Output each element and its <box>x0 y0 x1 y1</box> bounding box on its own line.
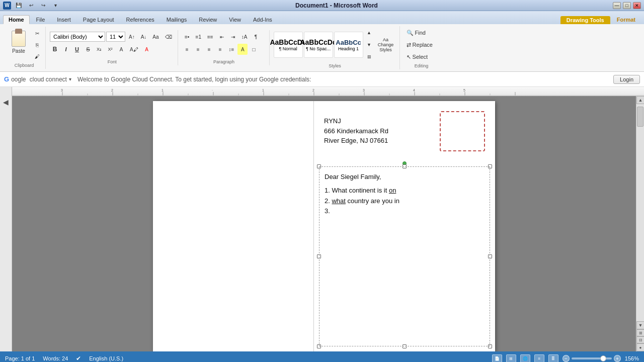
zoom-level[interactable]: 156% <box>625 355 639 361</box>
zoom-in-button[interactable]: + <box>614 355 621 362</box>
bold-button[interactable]: B <box>50 44 60 55</box>
zoom-slider[interactable] <box>572 357 612 359</box>
show-formatting-button[interactable]: ¶ <box>251 31 261 42</box>
quick-access-more[interactable]: ▾ <box>50 0 60 11</box>
svg-text:4: 4 <box>413 88 415 92</box>
close-button[interactable]: ✕ <box>633 2 641 9</box>
scroll-page-down[interactable]: ⊟ <box>636 336 644 343</box>
increase-indent-button[interactable]: ⇥ <box>228 31 238 42</box>
align-right-button[interactable]: ≡ <box>204 44 214 55</box>
title-bar-left: W 💾 ↩ ↪ ▾ <box>3 0 60 11</box>
styles-scroll-up[interactable]: ▲ <box>364 27 374 38</box>
cloud-connect-logo[interactable]: G oogle cloud connect ▾ <box>4 75 71 83</box>
multilevel-list-button[interactable]: ≡≡ <box>205 31 216 42</box>
border-button[interactable]: □ <box>249 44 259 55</box>
underline-button[interactable]: U <box>72 44 82 55</box>
login-button[interactable]: Login <box>613 75 640 84</box>
scroll-track[interactable] <box>636 104 644 321</box>
align-center-button[interactable]: ≡ <box>193 44 203 55</box>
style-heading1-label: Heading 1 <box>338 46 359 51</box>
svg-text:2: 2 <box>111 88 113 92</box>
replace-button[interactable]: ⇄ Replace <box>404 39 439 50</box>
style-no-spacing-button[interactable]: AaBbCcDc ¶ No Spac... <box>304 32 333 58</box>
web-layout-view-button[interactable]: 🌐 <box>520 354 530 362</box>
tab-format[interactable]: Format <box>611 15 641 24</box>
minimize-button[interactable]: — <box>613 2 621 9</box>
increase-font-size-button[interactable]: A↑ <box>126 31 137 42</box>
spell-check-icon[interactable]: ✔ <box>76 355 81 362</box>
decrease-font-size-button[interactable]: A↓ <box>138 31 149 42</box>
quick-access-undo[interactable]: ↩ <box>26 0 36 11</box>
change-case-button[interactable]: Aa <box>150 31 161 42</box>
text-effects-button[interactable]: A <box>116 44 126 55</box>
text-box[interactable]: Dear Siegel Family, 1. What continent is… <box>319 166 490 346</box>
bullets-button[interactable]: ≡• <box>182 31 192 42</box>
word-count[interactable]: Words: 24 <box>43 355 68 361</box>
window-title: Document1 - Microsoft Word <box>60 2 613 9</box>
tab-file[interactable]: File <box>31 15 51 24</box>
language[interactable]: English (U.S.) <box>89 355 123 361</box>
quick-access-redo[interactable]: ↪ <box>38 0 48 11</box>
print-layout-view-button[interactable]: 📄 <box>492 354 502 362</box>
tab-review[interactable]: Review <box>193 15 222 24</box>
clear-formatting-button[interactable]: ⌫ <box>163 31 175 42</box>
numbering-button[interactable]: ≡1 <box>193 31 204 42</box>
paste-button[interactable]: Paste <box>6 28 31 57</box>
tab-mailings[interactable]: Mailings <box>161 15 192 24</box>
tab-home[interactable]: Home <box>3 15 30 24</box>
subscript-button[interactable]: X₂ <box>94 44 104 55</box>
zoom-out-button[interactable]: − <box>562 355 570 362</box>
cut-button[interactable]: ✂ <box>32 28 42 39</box>
select-button[interactable]: ↖ Select <box>404 51 439 62</box>
full-screen-view-button[interactable]: ⊞ <box>506 354 516 362</box>
editing-group: 🔍 Find ⇄ Replace ↖ Select Editing <box>401 26 442 69</box>
style-no-spacing-preview: AaBbCcDc <box>300 38 336 46</box>
copy-button[interactable]: ⎘ <box>32 39 42 50</box>
tab-page-layout[interactable]: Page Layout <box>77 15 120 24</box>
text-highlight-button[interactable]: A🖍 <box>127 44 141 55</box>
font-name-select[interactable]: Calibri (Body) <box>50 32 105 42</box>
left-sidebar: ◀ <box>0 96 12 351</box>
sort-button[interactable]: ↕A <box>239 31 250 42</box>
line2: 2. what country are you in <box>325 196 485 207</box>
italic-button[interactable]: I <box>61 44 71 55</box>
font-size-select[interactable]: 11 <box>106 32 125 42</box>
style-normal-button[interactable]: AaBbCcDc ¶ Normal <box>274 32 303 58</box>
change-styles-button[interactable]: Aa Change Styles <box>375 31 396 59</box>
line1-underlined-word: on <box>389 187 396 194</box>
quick-access-save[interactable]: 💾 <box>13 0 24 11</box>
browse-object-button[interactable]: ● <box>636 343 644 351</box>
find-button[interactable]: 🔍 Find <box>404 27 439 38</box>
justify-button[interactable]: ≡ <box>215 44 225 55</box>
format-painter-button[interactable]: 🖌 <box>32 51 42 62</box>
clipboard-group: Paste ✂ ⎘ 🖌 Clipboard <box>3 27 46 69</box>
scroll-thumb[interactable] <box>637 107 643 127</box>
tab-insert[interactable]: Insert <box>51 15 76 24</box>
tab-view[interactable]: View <box>223 15 247 24</box>
scroll-down-button[interactable]: ▼ <box>636 321 644 329</box>
scroll-up-button[interactable]: ▲ <box>636 96 644 104</box>
draft-view-button[interactable]: ≣ <box>548 354 558 362</box>
styles-scroll-down[interactable]: ▼ <box>364 39 374 50</box>
outline-view-button[interactable]: ≡ <box>534 354 544 362</box>
strikethrough-button[interactable]: S <box>83 44 93 55</box>
decrease-indent-button[interactable]: ⇤ <box>217 31 227 42</box>
scroll-page-up[interactable]: ⊞ <box>636 329 644 336</box>
styles-expand[interactable]: ⊞ <box>364 51 374 62</box>
sidebar-toggle[interactable]: ◀ <box>3 98 9 106</box>
line2-underlined-word: what <box>332 197 345 205</box>
style-heading1-button[interactable]: AaBbCc Heading 1 <box>334 32 363 58</box>
tab-references[interactable]: References <box>121 15 160 24</box>
font-color-button[interactable]: A <box>142 44 152 55</box>
page-info[interactable]: Page: 1 of 1 <box>5 355 35 361</box>
shading-button[interactable]: A <box>237 44 248 55</box>
superscript-button[interactable]: X² <box>105 44 115 55</box>
tab-add-ins[interactable]: Add-Ins <box>248 15 278 24</box>
google-logo-g: G <box>4 75 9 83</box>
styles-group-label: Styles <box>329 63 341 68</box>
maximize-button[interactable]: □ <box>623 2 631 9</box>
title-bar: W 💾 ↩ ↪ ▾ Document1 - Microsoft Word — □… <box>0 0 644 11</box>
dropdown-arrow-icon[interactable]: ▾ <box>69 76 71 82</box>
align-left-button[interactable]: ≡ <box>182 44 192 55</box>
line-spacing-button[interactable]: ↕≡ <box>226 44 237 55</box>
